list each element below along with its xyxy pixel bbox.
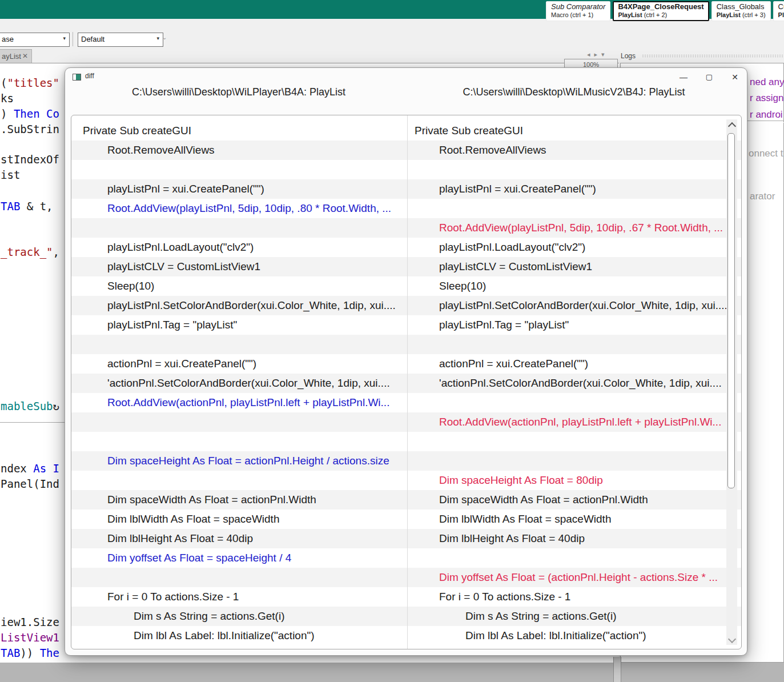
code-line: iew1.Size xyxy=(1,616,59,628)
code-line: ListView1 xyxy=(1,631,59,644)
code-line: .SubStrin xyxy=(1,123,59,135)
diff-line-right: actionPnl = xui.CreatePanel("") xyxy=(408,358,741,370)
diff-line-right: 'actionPnl.SetColorAndBorder(xui.Color_W… xyxy=(408,377,741,390)
diff-line-right: playListPnl.SetColorAndBorder(xui.Color_… xyxy=(408,299,741,312)
diff-line-right: Dim s As String = actions.Get(i) xyxy=(408,610,741,623)
editor-nav-icons[interactable]: ◂▸▾ xyxy=(587,51,609,58)
chevron-down-icon: ▾ xyxy=(63,35,66,41)
diff-line-right: Root.AddView(playListPnl, 5dip, 10dip, .… xyxy=(408,222,741,234)
diff-row xyxy=(71,432,741,451)
diff-row: Root.AddView(actionPnl, playListPnl.left… xyxy=(71,393,741,412)
macro-tab[interactable]: Class_GlobalsPlayList (ctrl + 3) xyxy=(711,1,771,21)
diff-file-paths: C:\Users\willi\Desktop\WiLPlayer\B4A: Pl… xyxy=(71,86,741,98)
diff-line-right: Dim yoffset As Float = (actionPnl.Height… xyxy=(408,571,741,584)
diff-line-left: playListCLV = CustomListView1 xyxy=(71,260,408,273)
diff-rows: Private Sub createGUIPrivate Sub createG… xyxy=(71,121,741,645)
diff-row: Dim spaceWidth As Float = actionPnl.Widt… xyxy=(71,490,741,510)
code-line: mableSub↻ xyxy=(1,400,59,412)
diff-row: Dim yoffset As Float = (actionPnl.Height… xyxy=(71,568,741,587)
diff-line-left: playListPnl.SetColorAndBorder(xui.Color_… xyxy=(71,299,408,312)
diff-line-right: Dim lblWidth As Float = spaceWidth xyxy=(408,513,741,525)
diff-line-left: Dim yoffset As Float = spaceHeight / 4 xyxy=(71,552,408,564)
diff-line-left: Root.AddView(playListPnl, 5dip, 10dip, .… xyxy=(71,202,408,215)
diff-line-left: playListPnl = xui.CreatePanel("") xyxy=(71,183,408,195)
diff-window: diff — ▢ ✕ C:\Users\willi\Desktop\WiLPla… xyxy=(65,67,747,656)
code-line: ist xyxy=(1,169,20,181)
macro-tab[interactable]: CustomListVPlayList (ctrl + xyxy=(773,1,784,21)
scrollbar-thumb[interactable] xyxy=(727,133,735,488)
code-line: Panel(Ind xyxy=(1,478,59,490)
macro-tabs: Sub ComparatorMacro (ctrl + 1)B4XPage_Cl… xyxy=(546,1,784,21)
diff-line-left: Private Sub createGUI xyxy=(71,125,408,137)
diff-line-right: playListPnl.LoadLayout("clv2") xyxy=(408,241,741,254)
macro-tab-bar: Sub ComparatorMacro (ctrl + 1)B4XPage_Cl… xyxy=(0,0,784,19)
diff-row: actionPnl = xui.CreatePanel("")actionPnl… xyxy=(71,354,741,374)
diff-line-right: Dim lbl As Label: lbl.Initialize("action… xyxy=(408,629,741,642)
diff-row: playListPnl.Tag = "playList"playListPnl.… xyxy=(71,315,741,335)
close-icon[interactable]: ✕ xyxy=(726,70,743,84)
diff-row: Dim spaceHeight As Float = actionPnl.Hei… xyxy=(71,451,741,471)
diff-row: playListPnl.LoadLayout("clv2")playListPn… xyxy=(71,238,741,257)
editor-divider xyxy=(0,422,65,424)
diff-line-left: Dim lblWidth As Float = spaceWidth xyxy=(71,513,408,525)
diff-line-left: Dim spaceHeight As Float = actionPnl.Hei… xyxy=(71,455,408,467)
diff-row xyxy=(71,335,741,354)
diff-row: 'actionPnl.SetColorAndBorder(xui.Color_W… xyxy=(71,374,741,393)
left-file-path: C:\Users\willi\Desktop\WiLPlayer\B4A: Pl… xyxy=(71,86,407,98)
code-line: ks xyxy=(1,92,14,105)
diff-row: Dim lblWidth As Float = spaceWidthDim lb… xyxy=(71,510,741,529)
diff-line-left: Root.AddView(actionPnl, playListPnl.left… xyxy=(71,396,408,409)
toolbar-separator xyxy=(73,32,73,46)
logs-panel-drag-handle[interactable] xyxy=(642,54,784,58)
diff-line-right: playListPnl = xui.CreatePanel("") xyxy=(408,183,741,195)
build-configuration-dropdown[interactable]: ase ▾ xyxy=(0,33,70,47)
document-tab-playlist[interactable]: ayList ✕ xyxy=(0,49,32,64)
diff-line-left: For i = 0 To actions.Size - 1 xyxy=(71,591,408,603)
code-line: ) Then Co xyxy=(1,107,59,120)
vertical-scrollbar[interactable] xyxy=(726,119,737,645)
diff-row xyxy=(71,160,741,179)
document-tab-label: ayList xyxy=(2,52,21,61)
code-line: TAB & t, xyxy=(1,200,53,212)
toolbar-overflow-icon[interactable]: ⌄ xyxy=(162,34,167,41)
macro-tab[interactable]: Sub ComparatorMacro (ctrl + 1) xyxy=(546,1,610,21)
panel-splitter[interactable] xyxy=(613,657,621,682)
diff-line-left: playListPnl.LoadLayout("clv2") xyxy=(71,241,408,254)
log-line: ned any xyxy=(750,77,784,88)
diff-row: playListPnl.SetColorAndBorder(xui.Color_… xyxy=(71,296,741,315)
diff-line-left: Dim lblHeight As Float = 40dip xyxy=(71,532,408,545)
profile-dropdown[interactable]: Default ▾ xyxy=(78,33,163,47)
diff-row: Dim lblHeight As Float = 40dipDim lblHei… xyxy=(71,529,741,548)
diff-line-right: Root.RemoveAllViews xyxy=(408,144,741,157)
scroll-down-icon[interactable] xyxy=(728,635,736,643)
diff-row: Root.AddView(actionPnl, playListPnl.left… xyxy=(71,412,741,432)
close-icon[interactable]: ✕ xyxy=(22,52,28,60)
diff-row: Root.AddView(playListPnl, 5dip, 10dip, .… xyxy=(71,199,741,218)
diff-window-titlebar[interactable]: diff — ▢ ✕ xyxy=(65,68,747,86)
diff-line-left: playListPnl.Tag = "playList" xyxy=(71,319,408,331)
macro-tab[interactable]: B4XPage_CloseRequestPlayList (ctrl + 2) xyxy=(613,1,709,21)
scroll-up-icon[interactable] xyxy=(728,122,736,130)
diff-row: playListPnl = xui.CreatePanel("")playLis… xyxy=(71,179,741,199)
diff-line-right: Private Sub createGUI xyxy=(408,125,741,137)
diff-line-right: playListPnl.Tag = "playList" xyxy=(408,319,741,331)
diff-line-left: Sleep(10) xyxy=(71,280,408,292)
diff-line-right: Sleep(10) xyxy=(408,280,741,292)
logs-panel-title: Logs xyxy=(621,52,636,60)
minimize-icon[interactable]: — xyxy=(675,70,692,84)
diff-row: Private Sub createGUIPrivate Sub createG… xyxy=(71,121,741,141)
diff-row: playListCLV = CustomListView1playListCLV… xyxy=(71,257,741,276)
window-controls: — ▢ ✕ xyxy=(666,70,743,84)
diff-row: For i = 0 To actions.Size - 1For i = 0 T… xyxy=(71,587,741,607)
diff-line-right: Dim spaceHeight As Float = 80dip xyxy=(408,474,741,487)
log-line: onnect to xyxy=(749,148,784,159)
code-line: ndex As I xyxy=(1,462,59,475)
maximize-icon[interactable]: ▢ xyxy=(701,70,718,84)
diff-line-right: Root.AddView(actionPnl, playListPnl.left… xyxy=(408,416,741,428)
diff-row: Sleep(10)Sleep(10) xyxy=(71,276,741,296)
screen: Sub ComparatorMacro (ctrl + 1)B4XPage_Cl… xyxy=(0,0,784,682)
diff-column-divider xyxy=(407,115,408,649)
diff-row: Dim s As String = actions.Get(i)Dim s As… xyxy=(71,607,741,626)
diff-row: Dim spaceHeight As Float = 80dip xyxy=(71,471,741,490)
diff-row: Root.AddView(playListPnl, 5dip, 10dip, .… xyxy=(71,218,741,238)
